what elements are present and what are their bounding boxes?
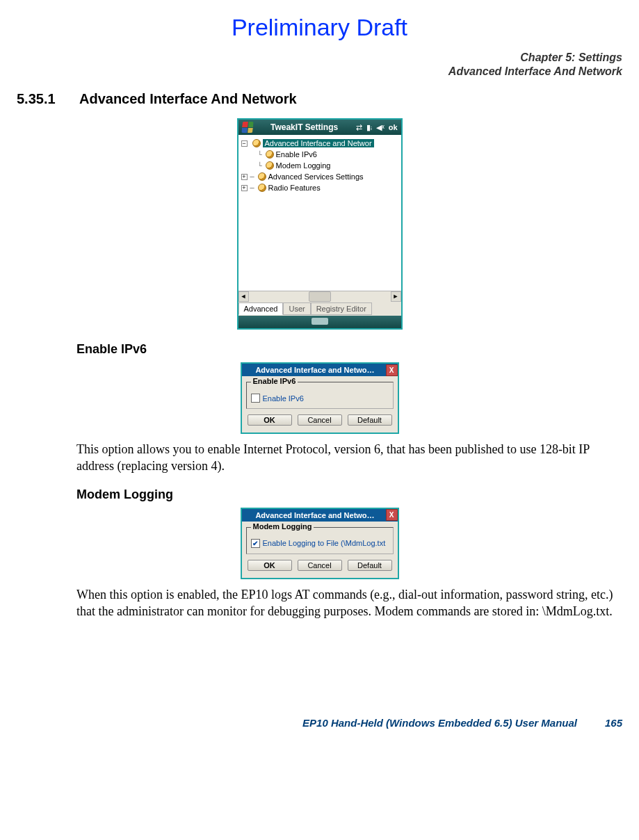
dialog-titlebar: Advanced Interface and Netwo… X [242, 509, 398, 522]
close-icon[interactable]: X [386, 509, 398, 521]
dialog-modem-logging: Advanced Interface and Netwo… X Modem Lo… [241, 508, 399, 579]
paragraph-modem: When this option is enabled, the EP10 lo… [76, 586, 622, 620]
paragraph-ipv6: This option allows you to enable Interne… [76, 441, 622, 475]
horizontal-scrollbar[interactable]: ◄ ► [238, 291, 401, 302]
fieldset-legend: Modem Logging [251, 522, 314, 531]
chapter-header: Chapter 5: Settings Advanced Interface A… [17, 51, 622, 79]
tab-registry-editor[interactable]: Registry Editor [311, 302, 372, 315]
chapter-header-line1: Chapter 5: Settings [17, 51, 622, 65]
default-button[interactable]: Default [348, 560, 392, 571]
dialog-titlebar: Advanced Interface and Netwo… X [242, 364, 398, 376]
chapter-header-line2: Advanced Interface And Network [17, 65, 622, 79]
tree-item-label[interactable]: Modem Logging [276, 161, 331, 170]
checkbox-label: Enable Logging to File (\MdmLog.txt [263, 539, 386, 547]
tree-row[interactable]: + ─ Radio Features [241, 182, 398, 193]
connectivity-icon[interactable]: ⇄ [356, 123, 362, 132]
section-number: 5.35.1 [17, 91, 68, 107]
fieldset-enable-ipv6: Enable IPv6 Enable IPv6 [246, 382, 394, 409]
expand-icon[interactable]: + [241, 185, 248, 191]
footer-doc-title: EP10 Hand-Held (Windows Embedded 6.5) Us… [302, 717, 577, 729]
close-icon[interactable]: X [386, 364, 398, 376]
tree-item-selected[interactable]: Advanced Interface and Networ [263, 139, 374, 147]
tree-row[interactable]: └ Enable IPv6 [241, 149, 398, 160]
subheading-modem-logging: Modem Logging [76, 487, 622, 502]
dialog-enable-ipv6: Advanced Interface and Netwo… X Enable I… [241, 362, 399, 434]
tab-advanced[interactable]: Advanced [238, 302, 284, 315]
tree-row[interactable]: + ─ Advanced Services Settings [241, 171, 398, 182]
tree-row[interactable]: └ Modem Logging [241, 160, 398, 171]
checkbox-enable-logging[interactable]: ✔ [251, 539, 260, 548]
tab-user[interactable]: User [283, 302, 310, 315]
dialog-title: Advanced Interface and Netwo… [245, 511, 386, 519]
gear-icon [266, 150, 274, 159]
fieldset-modem-logging: Modem Logging ✔ Enable Logging to File (… [246, 527, 394, 554]
preliminary-draft-label: Preliminary Draft [17, 14, 622, 41]
scroll-left-icon[interactable]: ◄ [238, 291, 249, 302]
gear-icon [266, 161, 274, 170]
section-heading: 5.35.1 Advanced Interface And Network [17, 91, 622, 107]
window-bottombar[interactable] [238, 316, 401, 328]
scroll-thumb[interactable] [309, 291, 331, 302]
signal-icon[interactable]: ▮ᵢ [366, 123, 372, 132]
section-title: Advanced Interface And Network [79, 91, 297, 107]
default-button[interactable]: Default [348, 414, 392, 426]
checkbox-row[interactable]: Enable IPv6 [251, 394, 389, 403]
tab-strip: Advanced User Registry Editor [238, 302, 401, 316]
window-titlebar: TweakIT Settings ⇄ ▮ᵢ ◀ᵡ ok [238, 120, 401, 135]
fieldset-legend: Enable IPv6 [251, 377, 298, 385]
ok-button[interactable]: OK [248, 414, 292, 426]
checkbox-label: Enable IPv6 [263, 394, 304, 403]
dialog-title: Advanced Interface and Netwo… [245, 366, 386, 374]
scroll-right-icon[interactable]: ► [391, 291, 401, 302]
window-title: TweakIT Settings [256, 122, 353, 132]
ok-button[interactable]: OK [248, 560, 292, 571]
cancel-button[interactable]: Cancel [298, 414, 342, 426]
tree-item-label[interactable]: Advanced Services Settings [268, 172, 364, 181]
settings-tree[interactable]: − Advanced Interface and Networ └ Enable… [238, 135, 401, 291]
start-menu-icon[interactable] [241, 122, 254, 133]
gear-icon [252, 139, 261, 147]
gear-icon [258, 172, 266, 181]
tree-item-label[interactable]: Radio Features [268, 184, 321, 192]
screenshot-tweakit-settings: TweakIT Settings ⇄ ▮ᵢ ◀ᵡ ok − Advanced I… [237, 118, 403, 330]
checkbox-enable-ipv6[interactable] [251, 394, 260, 403]
tree-row[interactable]: − Advanced Interface and Networ [241, 138, 398, 149]
subheading-enable-ipv6: Enable IPv6 [76, 342, 622, 357]
gear-icon [258, 184, 266, 192]
manual-page: Preliminary Draft Chapter 5: Settings Ad… [0, 0, 639, 743]
checkbox-row[interactable]: ✔ Enable Logging to File (\MdmLog.txt [251, 539, 389, 548]
tree-item-label[interactable]: Enable IPv6 [276, 150, 317, 159]
cancel-button[interactable]: Cancel [298, 560, 342, 571]
footer-page-number: 165 [605, 717, 622, 729]
expand-icon[interactable]: + [241, 174, 248, 180]
page-footer: EP10 Hand-Held (Windows Embedded 6.5) Us… [17, 717, 622, 729]
collapse-icon[interactable]: − [241, 140, 248, 147]
ok-button[interactable]: ok [389, 123, 398, 132]
speaker-icon[interactable]: ◀ᵡ [376, 123, 385, 132]
